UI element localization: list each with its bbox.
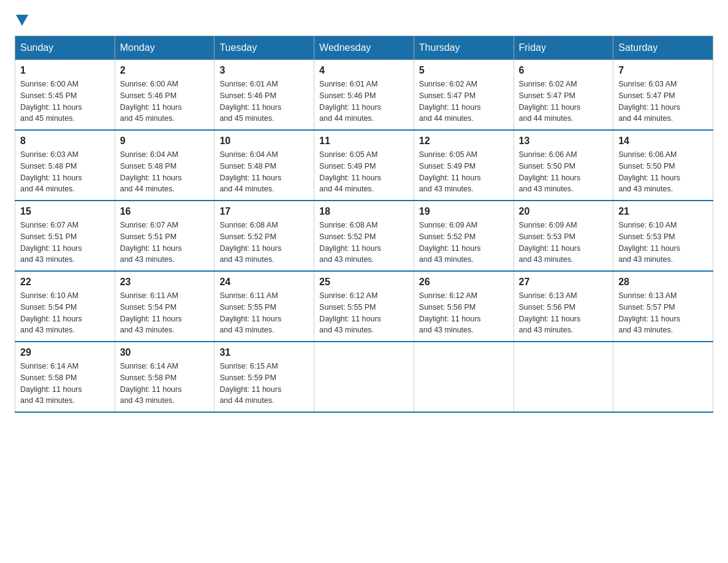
- header-day-thursday: Thursday: [414, 36, 514, 60]
- day-number: 12: [419, 136, 509, 147]
- day-number: 10: [219, 136, 309, 147]
- day-info: Sunrise: 6:04 AMSunset: 5:48 PMDaylight:…: [219, 149, 309, 195]
- day-info: Sunrise: 6:10 AMSunset: 5:53 PMDaylight:…: [618, 220, 708, 266]
- calendar-cell: 11Sunrise: 6:05 AMSunset: 5:49 PMDayligh…: [314, 130, 414, 201]
- day-number: 21: [618, 206, 708, 217]
- day-number: 27: [519, 277, 609, 288]
- day-number: 15: [20, 206, 110, 217]
- day-info: Sunrise: 6:04 AMSunset: 5:48 PMDaylight:…: [120, 149, 210, 195]
- day-number: 24: [219, 277, 309, 288]
- day-number: 6: [519, 65, 609, 76]
- day-info: Sunrise: 6:11 AMSunset: 5:54 PMDaylight:…: [120, 290, 210, 336]
- calendar-cell: 10Sunrise: 6:04 AMSunset: 5:48 PMDayligh…: [214, 130, 314, 201]
- day-info: Sunrise: 6:15 AMSunset: 5:59 PMDaylight:…: [219, 361, 309, 407]
- day-info: Sunrise: 6:00 AMSunset: 5:45 PMDaylight:…: [20, 79, 110, 124]
- calendar-cell: 27Sunrise: 6:13 AMSunset: 5:56 PMDayligh…: [514, 271, 613, 342]
- day-info: Sunrise: 6:05 AMSunset: 5:49 PMDaylight:…: [319, 149, 409, 195]
- day-number: 3: [219, 65, 309, 76]
- day-info: Sunrise: 6:05 AMSunset: 5:49 PMDaylight:…: [419, 149, 509, 195]
- calendar-cell: 6Sunrise: 6:02 AMSunset: 5:47 PMDaylight…: [514, 60, 613, 131]
- day-number: 16: [120, 206, 210, 217]
- day-number: 9: [120, 136, 210, 147]
- day-number: 14: [618, 136, 708, 147]
- calendar-cell: 30Sunrise: 6:14 AMSunset: 5:58 PMDayligh…: [115, 342, 214, 412]
- calendar-cell: 8Sunrise: 6:03 AMSunset: 5:48 PMDaylight…: [15, 130, 115, 201]
- day-number: 28: [618, 277, 708, 288]
- calendar-cell: 13Sunrise: 6:06 AMSunset: 5:50 PMDayligh…: [514, 130, 613, 201]
- day-number: 1: [20, 65, 110, 76]
- header-day-wednesday: Wednesday: [314, 36, 414, 60]
- day-number: 17: [219, 206, 309, 217]
- day-info: Sunrise: 6:02 AMSunset: 5:47 PMDaylight:…: [419, 79, 509, 124]
- calendar-cell: 1Sunrise: 6:00 AMSunset: 5:45 PMDaylight…: [15, 60, 115, 131]
- calendar-cell: 21Sunrise: 6:10 AMSunset: 5:53 PMDayligh…: [613, 201, 713, 271]
- header-day-monday: Monday: [115, 36, 214, 60]
- header-day-tuesday: Tuesday: [214, 36, 314, 60]
- day-info: Sunrise: 6:14 AMSunset: 5:58 PMDaylight:…: [120, 361, 210, 407]
- calendar-cell: [613, 342, 713, 412]
- page-header: [15, 15, 713, 23]
- calendar-body: 1Sunrise: 6:00 AMSunset: 5:45 PMDaylight…: [15, 60, 713, 413]
- day-info: Sunrise: 6:07 AMSunset: 5:51 PMDaylight:…: [20, 220, 110, 266]
- calendar-cell: [414, 342, 514, 412]
- calendar-cell: 29Sunrise: 6:14 AMSunset: 5:58 PMDayligh…: [15, 342, 115, 412]
- day-info: Sunrise: 6:01 AMSunset: 5:46 PMDaylight:…: [219, 79, 309, 124]
- day-number: 13: [519, 136, 609, 147]
- day-number: 23: [120, 277, 210, 288]
- calendar-cell: [514, 342, 613, 412]
- day-info: Sunrise: 6:03 AMSunset: 5:48 PMDaylight:…: [20, 149, 110, 195]
- day-number: 11: [319, 136, 409, 147]
- calendar-cell: 25Sunrise: 6:12 AMSunset: 5:55 PMDayligh…: [314, 271, 414, 342]
- week-row-1: 1Sunrise: 6:00 AMSunset: 5:45 PMDaylight…: [15, 60, 713, 131]
- day-number: 30: [120, 347, 210, 358]
- header-day-saturday: Saturday: [613, 36, 713, 60]
- calendar-cell: 31Sunrise: 6:15 AMSunset: 5:59 PMDayligh…: [214, 342, 314, 412]
- logo: [15, 15, 31, 23]
- calendar-cell: 22Sunrise: 6:10 AMSunset: 5:54 PMDayligh…: [15, 271, 115, 342]
- calendar-cell: 7Sunrise: 6:03 AMSunset: 5:47 PMDaylight…: [613, 60, 713, 131]
- week-row-2: 8Sunrise: 6:03 AMSunset: 5:48 PMDaylight…: [15, 130, 713, 201]
- calendar-table: SundayMondayTuesdayWednesdayThursdayFrid…: [15, 36, 713, 413]
- day-number: 25: [319, 277, 409, 288]
- day-number: 19: [419, 206, 509, 217]
- day-number: 2: [120, 65, 210, 76]
- day-info: Sunrise: 6:07 AMSunset: 5:51 PMDaylight:…: [120, 220, 210, 266]
- calendar-cell: 18Sunrise: 6:08 AMSunset: 5:52 PMDayligh…: [314, 201, 414, 271]
- calendar-cell: 4Sunrise: 6:01 AMSunset: 5:46 PMDaylight…: [314, 60, 414, 131]
- calendar-cell: [314, 342, 414, 412]
- day-number: 18: [319, 206, 409, 217]
- calendar-cell: 20Sunrise: 6:09 AMSunset: 5:53 PMDayligh…: [514, 201, 613, 271]
- header-day-friday: Friday: [514, 36, 613, 60]
- day-number: 26: [419, 277, 509, 288]
- day-number: 8: [20, 136, 110, 147]
- day-info: Sunrise: 6:13 AMSunset: 5:57 PMDaylight:…: [618, 290, 708, 336]
- calendar-cell: 3Sunrise: 6:01 AMSunset: 5:46 PMDaylight…: [214, 60, 314, 131]
- day-info: Sunrise: 6:09 AMSunset: 5:52 PMDaylight:…: [419, 220, 509, 266]
- calendar-cell: 23Sunrise: 6:11 AMSunset: 5:54 PMDayligh…: [115, 271, 214, 342]
- day-number: 5: [419, 65, 509, 76]
- day-info: Sunrise: 6:06 AMSunset: 5:50 PMDaylight:…: [618, 149, 708, 195]
- day-info: Sunrise: 6:09 AMSunset: 5:53 PMDaylight:…: [519, 220, 609, 266]
- day-info: Sunrise: 6:10 AMSunset: 5:54 PMDaylight:…: [20, 290, 110, 336]
- day-info: Sunrise: 6:14 AMSunset: 5:58 PMDaylight:…: [20, 361, 110, 407]
- calendar-cell: 5Sunrise: 6:02 AMSunset: 5:47 PMDaylight…: [414, 60, 514, 131]
- calendar-cell: 24Sunrise: 6:11 AMSunset: 5:55 PMDayligh…: [214, 271, 314, 342]
- calendar-cell: 28Sunrise: 6:13 AMSunset: 5:57 PMDayligh…: [613, 271, 713, 342]
- day-info: Sunrise: 6:11 AMSunset: 5:55 PMDaylight:…: [219, 290, 309, 336]
- calendar-header: SundayMondayTuesdayWednesdayThursdayFrid…: [15, 36, 713, 60]
- day-number: 29: [20, 347, 110, 358]
- calendar-cell: 14Sunrise: 6:06 AMSunset: 5:50 PMDayligh…: [613, 130, 713, 201]
- week-row-4: 22Sunrise: 6:10 AMSunset: 5:54 PMDayligh…: [15, 271, 713, 342]
- calendar-cell: 16Sunrise: 6:07 AMSunset: 5:51 PMDayligh…: [115, 201, 214, 271]
- day-info: Sunrise: 6:12 AMSunset: 5:55 PMDaylight:…: [319, 290, 409, 336]
- day-info: Sunrise: 6:13 AMSunset: 5:56 PMDaylight:…: [519, 290, 609, 336]
- day-number: 7: [618, 65, 708, 76]
- week-row-5: 29Sunrise: 6:14 AMSunset: 5:58 PMDayligh…: [15, 342, 713, 412]
- week-row-3: 15Sunrise: 6:07 AMSunset: 5:51 PMDayligh…: [15, 201, 713, 271]
- calendar-cell: 12Sunrise: 6:05 AMSunset: 5:49 PMDayligh…: [414, 130, 514, 201]
- header-row: SundayMondayTuesdayWednesdayThursdayFrid…: [15, 36, 713, 60]
- day-info: Sunrise: 6:06 AMSunset: 5:50 PMDaylight:…: [519, 149, 609, 195]
- calendar-cell: 19Sunrise: 6:09 AMSunset: 5:52 PMDayligh…: [414, 201, 514, 271]
- day-number: 4: [319, 65, 409, 76]
- day-info: Sunrise: 6:08 AMSunset: 5:52 PMDaylight:…: [319, 220, 409, 266]
